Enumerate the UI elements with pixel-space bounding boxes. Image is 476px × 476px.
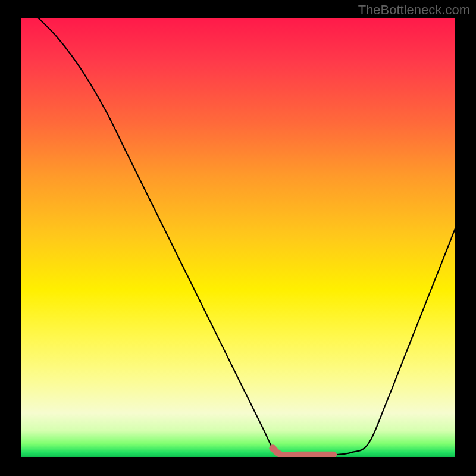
highlight-segment: [273, 448, 333, 455]
marker-dot: [269, 444, 276, 452]
chart-svg: [21, 18, 455, 457]
attribution-text: TheBottleneck.com: [358, 2, 470, 18]
chart-plot-area: [21, 18, 455, 457]
bottleneck-curve-line: [38, 18, 455, 455]
